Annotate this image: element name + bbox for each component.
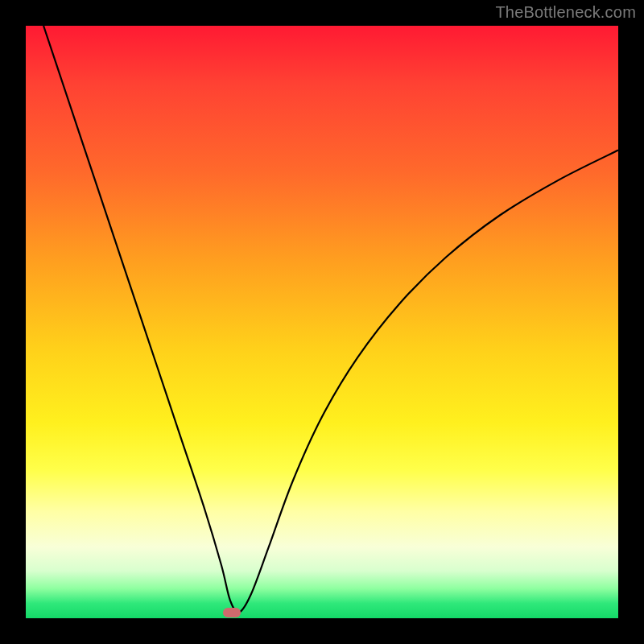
curve-line — [43, 26, 618, 613]
chart-marker — [223, 608, 241, 617]
chart-curve — [26, 26, 618, 618]
watermark-text: TheBottleneck.com — [495, 3, 636, 22]
chart-frame: TheBottleneck.com — [0, 0, 644, 644]
chart-plot-area — [26, 26, 618, 618]
